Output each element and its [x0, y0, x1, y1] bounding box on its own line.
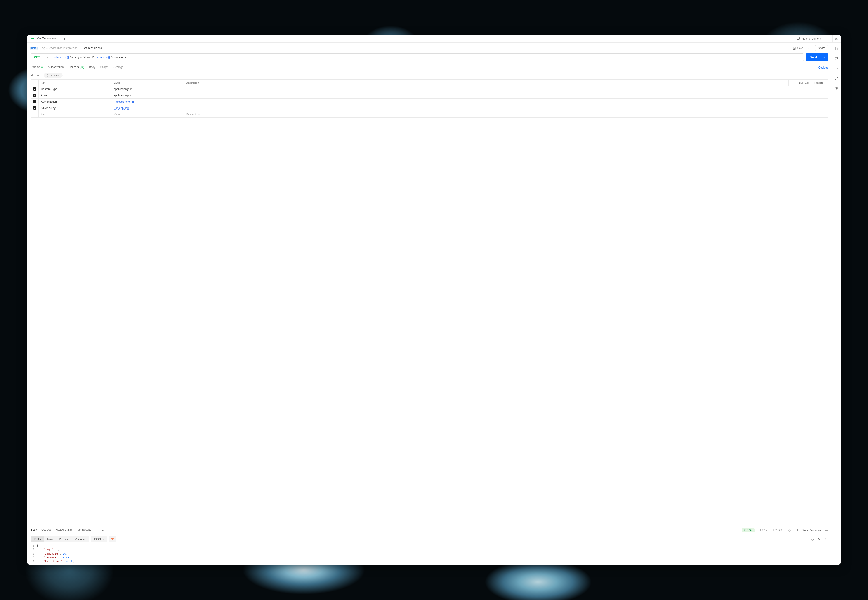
checkbox-icon[interactable]: ✓ [33, 106, 36, 110]
code-snippet-button[interactable] [834, 65, 839, 71]
expand-button[interactable] [834, 76, 839, 81]
header-row[interactable]: ✓ST-App-Key{{st_app_id}} [31, 105, 828, 111]
col-more-button[interactable]: ⋯ [789, 80, 796, 86]
bulk-edit-button[interactable]: Bulk Edit [796, 80, 812, 86]
comments-button[interactable] [834, 56, 839, 61]
header-value[interactable]: application/json [111, 92, 184, 98]
breadcrumb-request[interactable]: Get Technicians [83, 47, 102, 50]
main-pane: HTTP Blog - ServiceTitan Integrations / … [27, 42, 832, 565]
format-bar: Pretty Raw Preview Visualize JSON ⌄ [27, 535, 832, 544]
format-pretty[interactable]: Pretty [31, 536, 44, 542]
chevron-down-icon: ⌄ [823, 56, 825, 58]
label: Params [31, 65, 40, 69]
tab-get-technicians[interactable]: GET Get Technicians [27, 35, 61, 42]
tab-authorization[interactable]: Authorization [48, 64, 64, 71]
header-description[interactable] [184, 92, 828, 98]
resp-tab-body[interactable]: Body [31, 527, 37, 533]
format-mode-group: Pretty Raw Preview Visualize [31, 536, 89, 542]
globe-icon [788, 529, 791, 532]
url-variable: {{base_url}} [55, 56, 69, 59]
response-body-code[interactable]: 1{2 "page": 1,3 "pageSize": 50,4 "hasMor… [27, 544, 832, 565]
link-button[interactable] [811, 537, 815, 541]
format-preview[interactable]: Preview [56, 536, 72, 542]
send-label: Send [810, 56, 817, 59]
checkbox-icon[interactable]: ✓ [33, 94, 36, 97]
format-raw[interactable]: Raw [44, 536, 56, 542]
svg-rect-5 [794, 48, 795, 49]
url-segment: /technicians [111, 56, 126, 59]
resp-tab-test-results[interactable]: Test Results [76, 527, 91, 533]
header-row[interactable]: ✓Acceptapplication/json [31, 92, 828, 98]
environment-selector[interactable]: No environment ⌄ [793, 35, 830, 42]
modified-dot-icon [41, 67, 43, 68]
headers-count: (12) [80, 66, 84, 68]
language-selector[interactable]: JSON ⌄ [91, 536, 107, 542]
checkbox-icon[interactable]: ✓ [33, 87, 36, 91]
copy-button[interactable] [818, 537, 821, 541]
label: Body [89, 65, 95, 69]
tab-settings[interactable]: Settings [114, 64, 123, 71]
documentation-button[interactable] [834, 45, 839, 51]
header-value[interactable]: {{st_app_id}} [111, 105, 184, 111]
label: Authorization [48, 65, 64, 69]
header-key[interactable]: ST-App-Key [39, 105, 111, 111]
format-visualize[interactable]: Visualize [72, 536, 89, 542]
header-description[interactable] [184, 98, 828, 105]
postman-window: GET Get Technicians ＋ ⌄ No environment ⌄ [27, 35, 841, 565]
tab-body[interactable]: Body [89, 64, 95, 71]
document-icon [835, 47, 838, 50]
save-button[interactable]: Save [791, 45, 805, 51]
new-tab-button[interactable]: ＋ [61, 35, 69, 42]
network-button[interactable] [787, 529, 791, 532]
plus-icon: ＋ [63, 36, 66, 41]
response-more-button[interactable]: ⋯ [825, 529, 828, 532]
header-key[interactable]: Accept [39, 92, 111, 98]
send-button[interactable]: Send ⌄ [806, 53, 828, 61]
header-key[interactable]: Authorization [39, 98, 111, 105]
breadcrumb-collection[interactable]: Blog - ServiceTitan Integrations [40, 47, 77, 50]
headers-new-row[interactable]: Key Value Description [31, 111, 828, 118]
save-response-button[interactable]: Save Response [796, 528, 823, 533]
url-input[interactable]: {{base_url}} /settings/v2/tenant/ {{tena… [52, 56, 804, 59]
environment-quicklook-button[interactable] [832, 35, 841, 42]
header-value[interactable]: application/json [111, 86, 184, 92]
code-line: 5 "totalCount": null, [31, 560, 832, 564]
response-bar: Body Cookies Headers (18) Test Results [27, 526, 832, 535]
tab-headers[interactable]: Headers (12) [68, 64, 84, 71]
save-options-button[interactable]: ⌄ [807, 46, 811, 50]
new-value-input[interactable]: Value [111, 111, 184, 117]
header-key[interactable]: Content-Type [39, 86, 111, 92]
tab-params[interactable]: Params [31, 64, 43, 71]
tab-strip: GET Get Technicians ＋ ⌄ No environment ⌄ [27, 35, 841, 42]
new-description-input[interactable]: Description [184, 111, 828, 117]
save-icon [797, 529, 800, 532]
tab-overflow-button[interactable]: ⌄ [784, 38, 791, 40]
resp-tab-cookies[interactable]: Cookies [41, 527, 51, 533]
expand-icon [835, 77, 838, 80]
hidden-headers-toggle[interactable]: 8 hidden [44, 73, 62, 78]
svg-rect-2 [835, 38, 838, 39]
header-description[interactable] [184, 86, 828, 92]
info-button[interactable] [834, 85, 839, 91]
method-selector[interactable]: GET ⌄ [31, 54, 52, 61]
chevron-down-icon: ⌄ [808, 47, 810, 49]
header-row[interactable]: ✓Authorization{{access_token}} [31, 98, 828, 105]
label: Scripts [100, 65, 109, 69]
tab-scripts[interactable]: Scripts [100, 64, 109, 71]
checkbox-icon[interactable]: ✓ [33, 100, 36, 103]
header-value[interactable]: {{access_token}} [111, 98, 184, 105]
new-key-input[interactable]: Key [39, 111, 111, 117]
cookies-link[interactable]: Cookies [818, 66, 828, 69]
header-row[interactable]: ✓Content-Typeapplication/json [31, 86, 828, 92]
divider [793, 528, 794, 532]
presets-button[interactable]: Presets ⌄ [812, 80, 828, 86]
resp-tab-headers[interactable]: Headers (18) [56, 527, 72, 533]
header-description[interactable] [184, 105, 828, 111]
share-button[interactable]: Share [815, 45, 828, 51]
history-button[interactable] [100, 529, 104, 532]
wrap-icon [111, 537, 114, 541]
label: JSON [94, 538, 101, 541]
code-icon [835, 67, 838, 70]
wrap-text-button[interactable] [109, 536, 116, 542]
search-button[interactable] [825, 537, 828, 541]
